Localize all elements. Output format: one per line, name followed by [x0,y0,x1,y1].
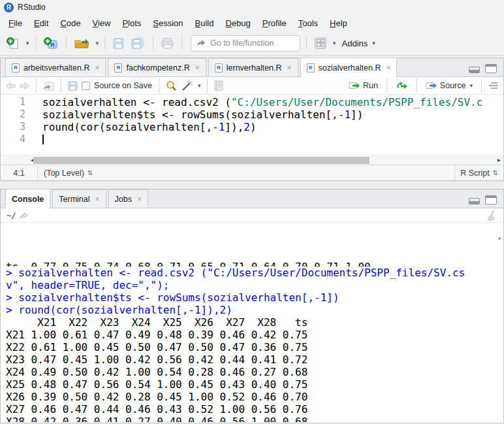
r-file-icon: R [114,63,122,73]
source-on-save-checkbox[interactable] [82,82,90,90]
code-segment-number: -1 [338,108,351,121]
source-caret-icon: ▾ [469,82,473,89]
menu-help[interactable]: Help [324,16,353,31]
new-file-caret-icon[interactable]: ▾ [26,40,29,46]
menu-edit[interactable]: Edit [28,16,54,31]
save-all-button[interactable] [129,35,147,52]
scope-selector[interactable]: (Top Level) ⇅ [38,169,454,178]
code-tools-wand-icon[interactable] [181,80,193,91]
console-toolbar: ~/ [1,208,503,223]
console-output[interactable]: ▴ ts 0.77 0.75 0.74 0.68 0.71 0.65 0.71 … [1,223,503,422]
print-button[interactable] [159,35,176,52]
maximize-pane-icon[interactable] [485,64,497,73]
close-tab-icon[interactable]: × [386,63,390,73]
open-file-button[interactable] [72,35,91,52]
maximize-pane-icon[interactable] [485,195,497,204]
menu-code[interactable]: Code [54,16,86,31]
scroll-up-icon[interactable]: ▴ [497,231,501,244]
menu-view[interactable]: View [86,16,116,31]
menu-build[interactable]: Build [189,16,220,31]
goto-file-search[interactable] [191,35,300,52]
tab-console[interactable]: Console [5,189,50,208]
scrollbar-thumb[interactable] [33,157,370,164]
save-doc-icon[interactable] [68,81,78,91]
source-button[interactable]: Source ▾ [424,77,475,94]
forward-icon[interactable] [20,82,29,90]
console-text: X21 X22 X23 X24 X25 X26 X27 X28 ts [6,316,307,329]
tab-arbeitsverhalten-r[interactable]: Rarbeitsverhalten.R× [5,58,106,76]
document-outline-icon[interactable] [488,82,498,90]
console-text: ts 0.77 0.75 0.74 0.68 0.71 0.65 0.71 0.… [6,261,371,267]
code-line: sozialverhalten <- read.csv2 ("C:/Users/… [42,96,482,108]
console-text: > round(cor(sozialverhalten[,-1]),2) [6,304,232,316]
workspace-panes-button[interactable] [313,35,328,52]
working-directory-label: ~/ [7,211,16,220]
menu-tools[interactable]: Tools [292,16,324,31]
close-tab-icon[interactable]: × [95,63,99,73]
compile-report-icon[interactable] [214,80,223,91]
console-text: > sozialverhalten$ts <- rowSums(sozialve… [6,291,339,304]
new-project-button[interactable]: R [42,35,60,52]
editor-horizontal-scrollbar[interactable]: ◂ ▸ [1,155,503,165]
open-file-caret-icon[interactable]: ▾ [96,40,99,46]
new-file-button[interactable] [5,35,22,52]
tab-label: Jobs [115,195,132,204]
file-type-selector[interactable]: R Script ⇅ [455,169,503,178]
scroll-right-icon[interactable]: ▸ [497,156,501,163]
code-segment-string: "C:/Users/User/Documents/PSPP_files/SV.c [231,96,482,108]
clear-console-broom-icon[interactable] [487,210,497,221]
source-on-save-label: Source on Save [94,81,152,90]
tab-lernverhalten-r[interactable]: Rlernverhalten.R× [208,58,298,76]
minimize-pane-icon[interactable] [469,198,480,204]
tab-jobs[interactable]: Jobs× [108,189,148,208]
tab-label: arbeitsverhalten.R [24,63,89,73]
console-output-line: X26 0.39 0.50 0.42 0.28 0.45 1.00 0.52 0… [6,391,503,403]
show-in-new-window-icon[interactable] [43,81,54,91]
minimize-pane-icon[interactable] [469,67,480,73]
console-text: X22 0.61 1.00 0.45 0.50 0.47 0.50 0.47 0… [6,341,307,353]
divider [417,78,417,93]
goto-directory-icon[interactable] [20,212,29,219]
r-file-icon: R [215,63,223,73]
code-line [42,133,482,146]
menu-plots[interactable]: Plots [116,16,147,31]
back-icon[interactable] [6,82,16,90]
tab-fachkompetenz-r[interactable]: Rfachkompetenz.R× [108,58,206,76]
code-segment-number: -1 [212,121,225,133]
tab-label: Console [12,195,44,204]
updown-icon: ⇅ [87,169,93,176]
menu-debug[interactable]: Debug [220,16,257,31]
goto-file-input[interactable] [210,39,287,48]
tab-sozialverhalten-r[interactable]: Rsozialverhalten.R× [300,57,398,77]
code-segment-code: round(cor(sozialverhalten[, [42,121,212,133]
code-segment-number: 2 [244,121,250,133]
save-button[interactable] [111,35,126,52]
code-editor[interactable]: 1234 sozialverhalten <- read.csv2 ("C:/U… [1,95,503,155]
new-project-icon: R [44,37,58,50]
window-title: RStudio [18,3,46,12]
close-tab-icon[interactable]: × [195,63,200,73]
divider [481,78,482,93]
menu-profile[interactable]: Profile [257,16,292,31]
console-output-line: X22 0.61 1.00 0.45 0.50 0.47 0.50 0.47 0… [6,341,503,353]
find-replace-icon[interactable] [166,80,177,91]
console-output-line: X25 0.48 0.47 0.56 0.54 1.00 0.45 0.43 0… [6,378,503,391]
goto-arrow-icon [197,39,206,47]
tab-terminal[interactable]: Terminal× [52,189,106,208]
code-tools-caret-icon[interactable]: ▾ [198,82,201,89]
console-text: X23 0.47 0.45 1.00 0.42 0.56 0.42 0.44 0… [6,353,307,366]
close-tab-icon[interactable]: × [287,63,292,73]
rerun-button[interactable] [394,77,410,94]
panes-caret-icon[interactable]: ▾ [333,40,336,46]
addins-button[interactable]: Addins ▾ [339,39,378,48]
run-button[interactable]: Run [347,77,380,94]
updown-icon: ⇅ [493,169,498,176]
console-pane: ConsoleTerminal×Jobs× ~/ ▴ ts 0.77 0.75 … [0,189,504,423]
close-tab-icon[interactable]: × [137,195,142,204]
console-text: X25 0.48 0.47 0.56 0.54 1.00 0.45 0.43 0… [6,378,307,391]
new-file-icon [7,37,20,49]
menu-session[interactable]: Session [147,16,189,31]
console-text: X26 0.39 0.50 0.42 0.28 0.45 1.00 0.52 0… [6,391,307,403]
menu-file[interactable]: File [3,16,28,31]
close-tab-icon[interactable]: × [95,195,100,204]
